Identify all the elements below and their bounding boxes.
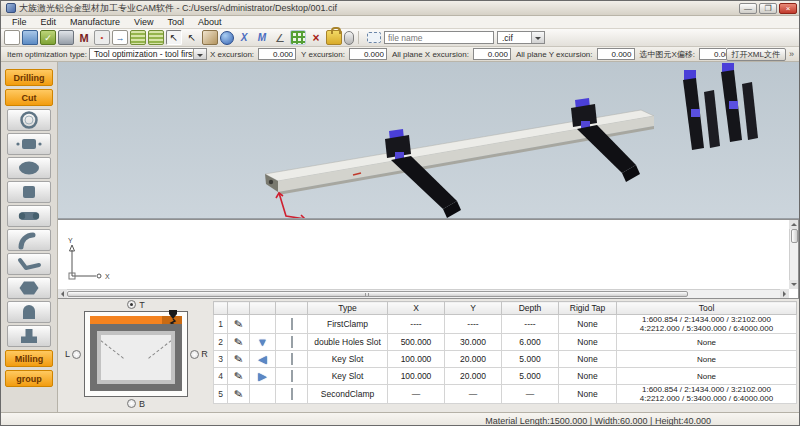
- select-cursor-icon[interactable]: ↖: [166, 30, 182, 45]
- toolbar-overflow-chevron[interactable]: »: [789, 49, 796, 59]
- shape-circle-button[interactable]: [7, 109, 51, 131]
- col-rigid-tap[interactable]: Rigid Tap: [559, 302, 617, 315]
- menu-manufacture[interactable]: Manufacture: [63, 17, 127, 27]
- table-row[interactable]: 3 ✎ ◀ Key Slot 100.000 20.000 5.000 None…: [214, 351, 797, 368]
- x-excursion-field[interactable]: [258, 48, 296, 60]
- edit-pen-icon[interactable]: ✎: [233, 369, 244, 383]
- sphere-view-icon[interactable]: [220, 31, 234, 45]
- shape-t-slot-button[interactable]: [7, 325, 51, 347]
- menu-tool[interactable]: Tool: [160, 17, 191, 27]
- close-button[interactable]: ×: [779, 3, 797, 14]
- open-xml-file-button[interactable]: 打开XML文件: [726, 48, 786, 61]
- profile-inner-frame: [97, 331, 175, 384]
- horizontal-scrollbar[interactable]: [58, 289, 789, 298]
- viewport-2d[interactable]: Y X: [58, 219, 799, 299]
- group-graph-button[interactable]: group graph: [5, 370, 53, 387]
- feature-thumbnail: [291, 336, 293, 348]
- cell-rigid-tap: None: [559, 334, 617, 351]
- angle-measure-icon[interactable]: ∠: [272, 30, 288, 45]
- scroll-right-icon[interactable]: [780, 289, 789, 298]
- delete-cross-icon[interactable]: ×: [308, 30, 324, 45]
- radio-top-face[interactable]: [127, 300, 136, 309]
- optimization-type-select[interactable]: Tool optimization - tool first: [89, 48, 207, 60]
- arrow-left-icon: ◀: [258, 353, 266, 365]
- y-excursion-field[interactable]: [349, 48, 387, 60]
- shape-polyline-button[interactable]: [7, 253, 51, 275]
- toolpath-dash-right: [148, 337, 171, 359]
- radio-left-face[interactable]: [72, 350, 81, 359]
- chevron-down-icon[interactable]: [193, 49, 206, 59]
- cell-x: 500.000: [388, 334, 445, 351]
- cell-rigid-tap: None: [559, 385, 617, 404]
- edit-pen-icon[interactable]: ✎: [233, 352, 244, 366]
- mouse-settings-icon[interactable]: [344, 31, 354, 45]
- selected-element-x-offset-field[interactable]: [699, 48, 725, 60]
- shape-ellipse-button[interactable]: [7, 157, 51, 179]
- radio-right-face[interactable]: [190, 350, 199, 359]
- table-row[interactable]: 5 ✎ SecondClamp — — — None 1:600.854 / 2…: [214, 385, 797, 404]
- edit-pen-icon[interactable]: ✎: [233, 387, 244, 401]
- viewport-3d[interactable]: [58, 62, 799, 219]
- import-model-icon[interactable]: ✓: [40, 30, 56, 45]
- col-x[interactable]: X: [388, 302, 445, 315]
- shape-obround-button[interactable]: [7, 205, 51, 227]
- edit-pen-icon[interactable]: ✎: [233, 335, 244, 349]
- edit-pen-icon[interactable]: ✎: [233, 317, 244, 331]
- milling-button[interactable]: Milling: [5, 350, 53, 367]
- mirror-y-icon[interactable]: M: [254, 30, 270, 45]
- solid-box-icon[interactable]: [202, 30, 218, 45]
- nc-list-alt-icon[interactable]: [148, 30, 164, 45]
- measure-m-icon[interactable]: M: [76, 30, 92, 45]
- nc-list-icon[interactable]: [130, 30, 146, 45]
- chevron-down-icon[interactable]: [531, 32, 544, 43]
- scroll-left-icon[interactable]: [58, 289, 67, 298]
- save-icon[interactable]: [58, 30, 74, 45]
- cut-item-button[interactable]: Cut item: [5, 89, 53, 106]
- menu-view[interactable]: View: [127, 17, 160, 27]
- file-ext-select[interactable]: .cif: [497, 31, 545, 44]
- maximize-button[interactable]: ❐: [759, 3, 777, 14]
- drilling-button[interactable]: Drilling: [5, 69, 53, 86]
- table-row[interactable]: 2 ✎ ▼ double Holes Slot 500.000 30.000 6…: [214, 334, 797, 351]
- all-plane-y-field[interactable]: [597, 48, 635, 60]
- vertical-scrollbar[interactable]: [789, 220, 798, 289]
- radio-bottom-face[interactable]: [127, 399, 136, 408]
- col-tool[interactable]: Tool: [617, 302, 797, 315]
- cell-x: —: [388, 385, 445, 404]
- open-folder-icon[interactable]: [22, 30, 38, 45]
- all-plane-x-field[interactable]: [473, 48, 511, 60]
- file-name-input[interactable]: [384, 31, 494, 44]
- shape-rounded-rect-button[interactable]: [7, 133, 51, 155]
- cell-depth: 6.000: [502, 334, 559, 351]
- print-icon[interactable]: •: [94, 30, 110, 45]
- shape-hexagon-button[interactable]: [7, 277, 51, 299]
- lock-icon[interactable]: [326, 30, 342, 45]
- menu-about[interactable]: About: [191, 17, 229, 27]
- export-icon[interactable]: →: [112, 30, 128, 45]
- cell-rigid-tap: None: [559, 351, 617, 368]
- cell-type: Key Slot: [308, 368, 388, 385]
- horizontal-scroll-thumb[interactable]: [67, 291, 688, 297]
- scroll-up-icon[interactable]: [789, 220, 798, 229]
- table-row[interactable]: 1 ✎ FirstClamp ---- ---- ---- None 1:600…: [214, 315, 797, 334]
- axis-indicator: Y X: [62, 238, 114, 286]
- vertical-scroll-thumb[interactable]: [791, 229, 798, 243]
- select-cursor-alt-icon[interactable]: ↖: [184, 30, 200, 45]
- scroll-down-icon[interactable]: [789, 280, 798, 289]
- col-y[interactable]: Y: [445, 302, 502, 315]
- menu-edit[interactable]: Edit: [34, 17, 64, 27]
- mirror-x-icon[interactable]: X: [236, 30, 252, 45]
- cross-section-view[interactable]: [84, 311, 188, 397]
- col-depth[interactable]: Depth: [502, 302, 559, 315]
- menu-file[interactable]: File: [5, 17, 34, 27]
- shape-arc-button[interactable]: [7, 229, 51, 251]
- ellipse-icon: [13, 158, 45, 178]
- grid-array-icon[interactable]: [290, 30, 306, 45]
- minimize-button[interactable]: —: [739, 3, 757, 14]
- new-file-icon[interactable]: [4, 30, 20, 45]
- cell-y: ----: [445, 315, 502, 334]
- shape-dome-slot-button[interactable]: [7, 301, 51, 323]
- shape-square-button[interactable]: [7, 181, 51, 203]
- col-type[interactable]: Type: [308, 302, 388, 315]
- table-row[interactable]: 4 ✎ ▶ Key Slot 100.000 20.000 5.000 None…: [214, 368, 797, 385]
